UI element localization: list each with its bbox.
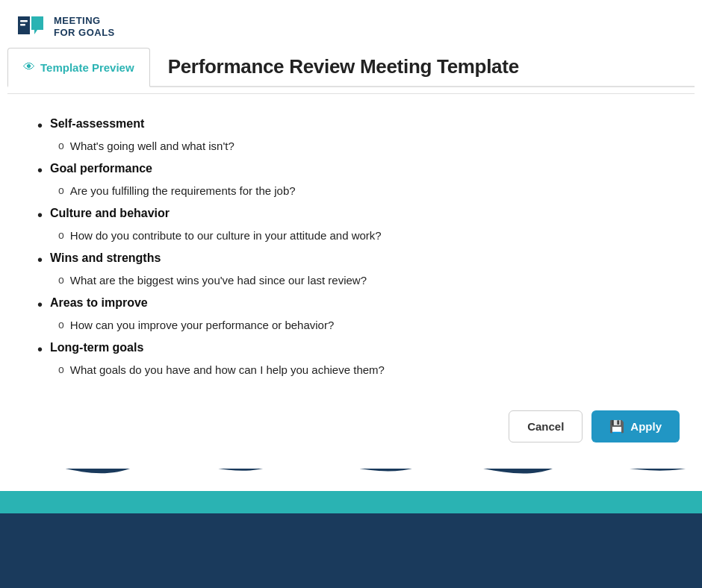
sub-text-0: What's going well and what isn't? [70,137,234,155]
agenda-item: • Long-term goals o What goals do you ha… [37,339,672,379]
bullet-4: • [37,294,43,315]
save-icon: 💾 [609,419,624,434]
bullet-1: • [37,160,43,181]
agenda-item: • Areas to improve o How can you improve… [37,294,672,334]
tab-preview-label: Template Preview [40,61,134,74]
agenda-item-title-0: Self-assessment [50,115,144,133]
sub-bullet-2: o [58,227,64,243]
apply-button[interactable]: 💾 Apply [591,410,680,442]
sub-bullet-3: o [58,272,64,288]
tab-template-preview[interactable]: 👁 Template Preview [7,48,150,87]
agenda-item-header: • Areas to improve [37,294,672,315]
wave-white [0,446,702,491]
sub-bullet-0: o [58,137,64,154]
agenda-item-title-4: Areas to improve [50,294,148,312]
logo-icon [15,13,46,40]
bullet-2: • [37,204,43,225]
agenda-item-title-1: Goal performance [50,160,152,178]
sub-bullet-4: o [58,316,64,333]
agenda-item-title-2: Culture and behavior [50,204,170,222]
bullet-3: • [37,249,43,270]
logo-line1: MEETING [54,15,115,27]
tab-title-bar: 👁 Template Preview Performance Review Me… [7,48,695,87]
apply-label: Apply [630,420,662,433]
agenda-item-header: • Goal performance [37,160,672,181]
agenda-item: • Wins and strengths o What are the bigg… [37,249,672,290]
main-content: • Self-assessment o What's going well an… [0,94,702,398]
sub-item-0: o What's going well and what isn't? [37,137,672,155]
header: MEETING FOR GOALS [0,0,702,48]
agenda-item: • Self-assessment o What's going well an… [37,115,672,155]
sub-item-2: o How do you contribute to our culture i… [37,227,672,245]
sub-bullet-1: o [58,182,64,198]
sub-text-5: What goals do you have and how can I hel… [70,361,385,379]
agenda-item-title-5: Long-term goals [50,339,143,357]
agenda-item-header: • Culture and behavior [37,204,672,225]
sub-text-3: What are the biggest wins you've had sin… [70,272,367,290]
action-bar: Cancel 💾 Apply [509,410,680,442]
sub-text-2: How do you contribute to our culture in … [70,227,382,245]
svg-rect-2 [20,24,25,26]
agenda-list: • Self-assessment o What's going well an… [37,115,672,379]
eye-icon: 👁 [23,60,35,74]
bullet-0: • [37,115,43,136]
agenda-item-header: • Self-assessment [37,115,672,136]
agenda-item: • Culture and behavior o How do you cont… [37,204,672,245]
agenda-item-header: • Wins and strengths [37,249,672,270]
waves-decoration [0,431,702,588]
sub-item-4: o How can you improve your performance o… [37,316,672,334]
sub-item-1: o Are you fulfilling the requirements fo… [37,182,672,200]
logo-text: MEETING FOR GOALS [54,15,115,38]
agenda-item-header: • Long-term goals [37,339,672,360]
svg-rect-1 [20,20,28,22]
agenda-item: • Goal performance o Are you fulfilling … [37,160,672,200]
agenda-item-title-3: Wins and strengths [50,249,161,267]
bullet-5: • [37,339,43,360]
sub-item-5: o What goals do you have and how can I h… [37,361,672,379]
sub-text-4: How can you improve your performance or … [70,316,335,334]
page-title: Performance Review Meeting Template [168,55,519,78]
page-title-area: Performance Review Meeting Template [150,48,695,86]
logo-line2: FOR GOALS [54,27,115,39]
sub-item-3: o What are the biggest wins you've had s… [37,272,672,290]
cancel-button[interactable]: Cancel [509,410,583,442]
sub-text-1: Are you fulfilling the requirements for … [70,182,296,200]
sub-bullet-5: o [58,361,64,378]
